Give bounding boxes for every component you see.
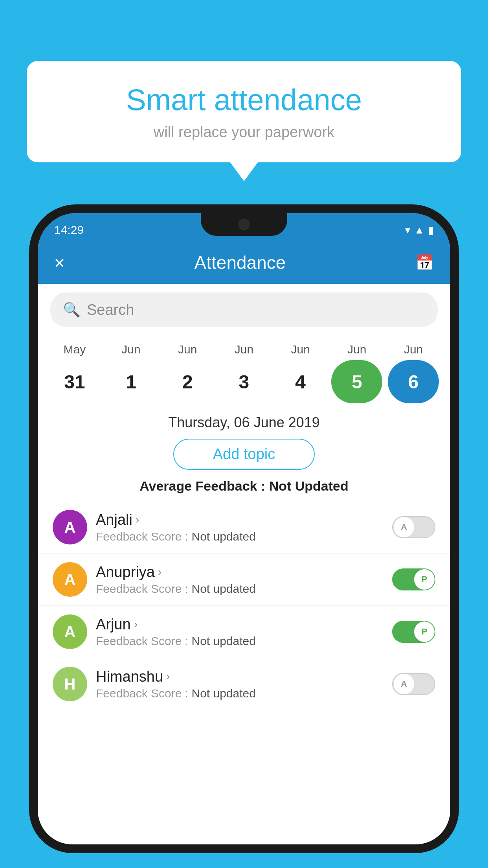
toggle-1[interactable]: P [392,568,435,590]
cal-day-3[interactable]: 3 [218,360,270,403]
cal-day-6[interactable]: 6 [388,360,439,403]
cal-month-6: Jun [388,343,439,356]
calendar-icon[interactable]: 📅 [415,254,434,271]
search-bar[interactable]: 🔍 Search [50,292,438,327]
student-name-0[interactable]: Anjali › [96,511,383,528]
chevron-icon: › [134,618,138,631]
battery-icon: ▮ [428,224,434,236]
toggle-knob-1: P [414,569,435,590]
student-avatar-3: H [53,667,87,701]
cal-day-1[interactable]: 1 [106,360,157,403]
cal-month-5: Jun [331,343,382,356]
student-info-0: Anjali ›Feedback Score : Not updated [96,511,383,543]
cal-month-3: Jun [218,343,270,356]
cal-month-4: Jun [275,343,326,356]
app-header: × Attendance 📅 [38,241,450,284]
phone-notch [201,213,287,236]
cal-month-1: Jun [106,343,157,356]
student-avatar-2: A [53,614,87,649]
bubble-title: Smart attendance [50,83,438,117]
toggle-0[interactable]: A [392,516,435,538]
toggle-3[interactable]: A [392,673,435,695]
feedback-value-0: Not updated [191,530,255,543]
avg-feedback: Average Feedback : Not Updated [38,478,450,494]
signal-icon: ▲ [414,224,424,236]
student-list: AAnjali ›Feedback Score : Not updatedAAA… [38,501,450,710]
student-feedback-3: Feedback Score : Not updated [96,687,383,700]
student-feedback-1: Feedback Score : Not updated [96,582,383,596]
chevron-icon: › [136,513,139,526]
close-button[interactable]: × [54,252,65,273]
student-info-3: Himanshu ›Feedback Score : Not updated [96,668,383,700]
student-avatar-1: A [53,562,87,597]
student-info-1: Anupriya ›Feedback Score : Not updated [96,564,383,596]
student-info-2: Arjun ›Feedback Score : Not updated [96,616,383,648]
toggle-wrap-0[interactable]: A [392,516,435,538]
cal-day-5[interactable]: 5 [331,360,382,403]
toggle-knob-3: A [394,674,414,694]
search-icon: 🔍 [63,302,81,318]
status-time: 14:29 [54,223,84,237]
status-icons: ▾ ▲ ▮ [405,224,434,236]
cal-day-31[interactable]: 31 [49,360,100,403]
student-item-3: HHimanshu ›Feedback Score : Not updatedA [38,658,450,710]
wifi-icon: ▾ [405,224,410,236]
chevron-icon: › [166,670,170,683]
toggle-knob-2: P [414,622,435,642]
toggle-wrap-3[interactable]: A [392,673,435,695]
phone-frame: 14:29 ▾ ▲ ▮ × Attendance 📅 🔍 Search [29,204,459,868]
selected-date-label: Thursday, 06 June 2019 [38,410,450,439]
student-avatar-0: A [53,510,87,544]
student-name-3[interactable]: Himanshu › [96,668,383,685]
student-item-1: AAnupriya ›Feedback Score : Not updatedP [38,554,450,606]
toggle-2[interactable]: P [392,621,435,643]
toggle-wrap-2[interactable]: P [392,621,435,643]
header-title: Attendance [194,252,286,273]
calendar-dates-row[interactable]: 31123456 [38,356,450,410]
bubble-subtitle: will replace your paperwork [50,124,438,141]
avg-feedback-value: Not Updated [269,478,349,493]
student-name-1[interactable]: Anupriya › [96,564,383,581]
cal-day-4[interactable]: 4 [275,360,326,403]
student-item-0: AAnjali ›Feedback Score : Not updatedA [38,501,450,554]
avg-feedback-label: Average Feedback : [139,478,269,493]
cal-day-2[interactable]: 2 [162,360,213,403]
student-item-2: AArjun ›Feedback Score : Not updatedP [38,606,450,658]
feedback-value-2: Not updated [191,634,255,647]
toggle-wrap-1[interactable]: P [392,568,435,590]
phone-outer: 14:29 ▾ ▲ ▮ × Attendance 📅 🔍 Search [29,204,459,853]
toggle-knob-0: A [394,517,414,537]
calendar-months-row: MayJunJunJunJunJunJun [38,336,450,356]
feedback-value-1: Not updated [191,582,255,595]
search-placeholder: Search [87,302,134,318]
cal-month-2: Jun [162,343,213,356]
chevron-icon: › [158,566,161,578]
speech-bubble-container: Smart attendance will replace your paper… [27,61,461,162]
cal-month-0: May [49,343,100,356]
add-topic-button[interactable]: Add topic [173,439,315,470]
student-feedback-0: Feedback Score : Not updated [96,530,383,543]
student-name-2[interactable]: Arjun › [96,616,383,633]
student-feedback-2: Feedback Score : Not updated [96,634,383,648]
phone-camera [238,219,250,230]
feedback-value-3: Not updated [191,687,255,700]
speech-bubble: Smart attendance will replace your paper… [27,61,461,162]
phone-screen: 14:29 ▾ ▲ ▮ × Attendance 📅 🔍 Search [38,213,450,844]
